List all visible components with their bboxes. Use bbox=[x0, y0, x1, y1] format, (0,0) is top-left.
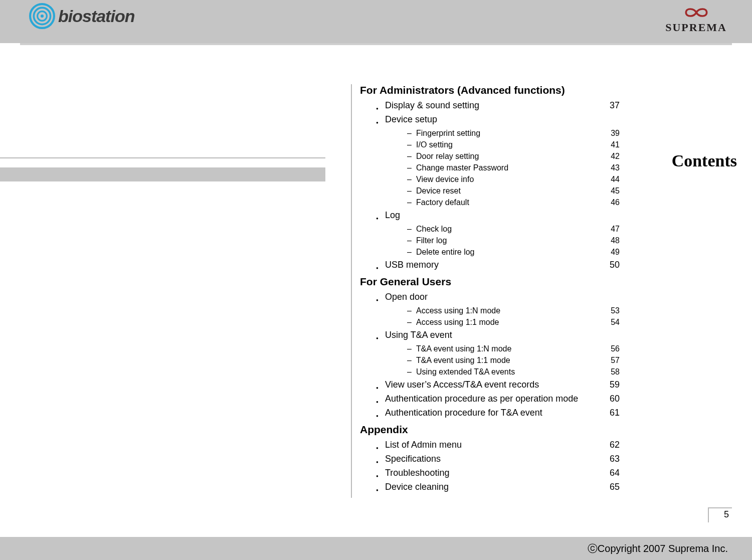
toc-item-page: 64 bbox=[600, 466, 620, 480]
contents-heading: Contents bbox=[672, 151, 737, 170]
toc-item-page: 65 bbox=[600, 480, 620, 494]
toc-subitem-page: 56 bbox=[600, 343, 620, 354]
toc-subitem: Access using 1:N mode53 bbox=[416, 305, 620, 316]
toc-subitem: View device info44 bbox=[416, 173, 620, 185]
toc-item: USB memory50 bbox=[385, 258, 620, 272]
toc-subitem-page: 58 bbox=[600, 366, 620, 378]
toc-subitem-label: Change master Password bbox=[416, 162, 600, 173]
toc-subitem-page: 41 bbox=[600, 139, 620, 150]
toc-subitem-label: Device reset bbox=[416, 185, 600, 197]
toc-item-label: Using T&A event bbox=[385, 328, 600, 342]
toc-subitem: Fingerprint setting39 bbox=[416, 127, 620, 139]
toc-subitem-page: 49 bbox=[600, 246, 620, 258]
toc-item-label: Open door bbox=[385, 290, 600, 304]
toc-section-heading: Appendix bbox=[360, 424, 620, 436]
toc-item-label: USB memory bbox=[385, 258, 600, 272]
logo-biostation-text: biostation bbox=[58, 7, 134, 26]
toc-subitem-label: T&A event using 1:1 mode bbox=[416, 354, 600, 366]
contents-bar bbox=[0, 167, 325, 181]
toc-subitem-label: T&A event using 1:N mode bbox=[416, 343, 600, 354]
toc-item-label: Device cleaning bbox=[385, 480, 600, 494]
toc-subitem: Access using 1:1 mode54 bbox=[416, 316, 620, 328]
copyright-text: ⓒCopyright 2007 Suprema Inc. bbox=[588, 542, 728, 555]
toc-item-page: 63 bbox=[600, 452, 620, 466]
toc-item: Troubleshooting64 bbox=[385, 466, 620, 480]
toc-item: Open door Access using 1:N mode53 Access… bbox=[385, 290, 620, 328]
toc-item-page: 60 bbox=[600, 392, 620, 406]
toc-subitem-label: Filter log bbox=[416, 235, 600, 246]
toc-item-label: Specifications bbox=[385, 452, 600, 466]
toc-subitem: Filter log48 bbox=[416, 235, 620, 246]
toc-subitem-label: Factory default bbox=[416, 197, 600, 208]
toc-item: Display & sound setting37 bbox=[385, 98, 620, 112]
toc-item: Using T&A event T&A event using 1:N mode… bbox=[385, 328, 620, 378]
toc-subitem-label: Check log bbox=[416, 223, 600, 235]
toc-item-label: List of Admin menu bbox=[385, 438, 600, 452]
toc-item-page: 37 bbox=[600, 98, 620, 112]
footer-bar: ⓒCopyright 2007 Suprema Inc. bbox=[0, 537, 752, 560]
toc-subitem: I/O setting41 bbox=[416, 139, 620, 150]
toc-item-label: View user’s Access/T&A event records bbox=[385, 378, 600, 392]
spiral-icon bbox=[29, 3, 55, 29]
toc-item-label: Authentication procedure for T&A event bbox=[385, 406, 600, 420]
toc-subitem-label: Delete entire log bbox=[416, 246, 600, 258]
toc-subitem: Device reset45 bbox=[416, 185, 620, 197]
toc-item: View user’s Access/T&A event records59 bbox=[385, 378, 620, 392]
toc-subitem-page: 39 bbox=[600, 127, 620, 139]
toc-subitem-label: Door relay setting bbox=[416, 150, 600, 162]
toc-item: Device cleaning65 bbox=[385, 480, 620, 494]
toc-subitem: Check log47 bbox=[416, 223, 620, 235]
toc-subitem-label: Access using 1:1 mode bbox=[416, 316, 600, 328]
toc-subitem-page: 48 bbox=[600, 235, 620, 246]
toc-item-page: 61 bbox=[600, 406, 620, 420]
toc-subitem-page: 43 bbox=[600, 162, 620, 173]
svg-point-3 bbox=[41, 15, 44, 18]
toc-subitem-page: 53 bbox=[600, 305, 620, 316]
toc-subitem: T&A event using 1:1 mode57 bbox=[416, 354, 620, 366]
toc-item-label: Display & sound setting bbox=[385, 98, 600, 112]
toc-item: Specifications63 bbox=[385, 452, 620, 466]
toc-subitem-label: I/O setting bbox=[416, 139, 600, 150]
toc-subitem-page: 47 bbox=[600, 223, 620, 235]
toc-subitem: Factory default46 bbox=[416, 197, 620, 208]
table-of-contents: For Administrators (Advanced functions) … bbox=[351, 84, 620, 498]
toc-subitem-page: 42 bbox=[600, 150, 620, 162]
toc-subitem-label: Using extended T&A events bbox=[416, 366, 600, 378]
toc-subitem-page: 54 bbox=[600, 316, 620, 328]
toc-item-label: Authentication procedure as per operatio… bbox=[385, 392, 600, 406]
toc-subitem: Change master Password43 bbox=[416, 162, 620, 173]
contents-divider-top bbox=[0, 157, 325, 158]
toc-item-page: 62 bbox=[600, 438, 620, 452]
toc-subitem-label: Access using 1:N mode bbox=[416, 305, 600, 316]
infinity-icon bbox=[681, 4, 712, 21]
toc-subitem: Door relay setting42 bbox=[416, 150, 620, 162]
toc-item-page: 59 bbox=[600, 378, 620, 392]
toc-item: Authentication procedure for T&A event61 bbox=[385, 406, 620, 420]
logo-biostation: biostation bbox=[29, 3, 134, 29]
toc-subitem-page: 57 bbox=[600, 354, 620, 366]
logo-suprema: SUPREMA bbox=[665, 4, 727, 34]
toc-subitem-page: 45 bbox=[600, 185, 620, 197]
toc-item-label: Device setup bbox=[385, 112, 600, 126]
toc-item-label: Log bbox=[385, 208, 600, 222]
toc-subitem: T&A event using 1:N mode56 bbox=[416, 343, 620, 354]
toc-item: Authentication procedure as per operatio… bbox=[385, 392, 620, 406]
toc-item-label: Troubleshooting bbox=[385, 466, 600, 480]
toc-item: Log Check log47 Filter log48 Delete enti… bbox=[385, 208, 620, 258]
toc-subitem-page: 46 bbox=[600, 197, 620, 208]
toc-section-heading: For General Users bbox=[360, 276, 620, 288]
toc-subitem-page: 44 bbox=[600, 173, 620, 185]
toc-section-heading: For Administrators (Advanced functions) bbox=[360, 84, 620, 96]
page-number: 5 bbox=[708, 507, 732, 522]
logo-suprema-text: SUPREMA bbox=[665, 21, 727, 34]
toc-subitem-label: Fingerprint setting bbox=[416, 127, 600, 139]
toc-item: List of Admin menu62 bbox=[385, 438, 620, 452]
toc-item-page: 50 bbox=[600, 258, 620, 272]
toc-subitem: Delete entire log49 bbox=[416, 246, 620, 258]
toc-subitem: Using extended T&A events58 bbox=[416, 366, 620, 378]
top-divider bbox=[20, 43, 732, 45]
toc-item: Device setup Fingerprint setting39 I/O s… bbox=[385, 112, 620, 208]
toc-subitem-label: View device info bbox=[416, 173, 600, 185]
